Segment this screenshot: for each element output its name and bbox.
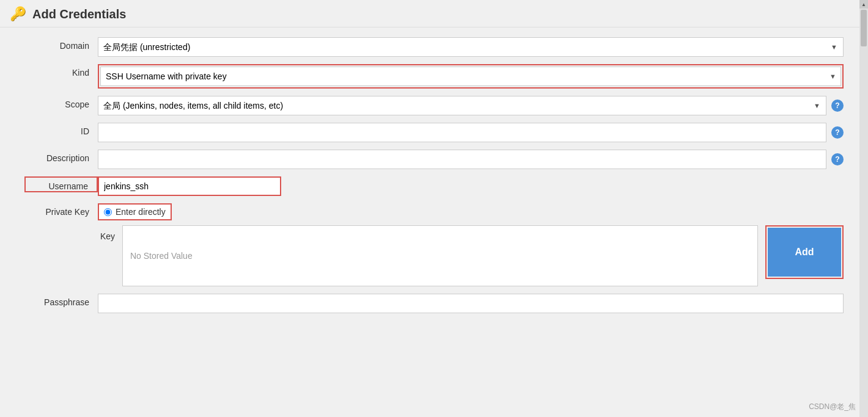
passphrase-control-wrap bbox=[98, 294, 844, 313]
watermark: CSDN@老_焦 bbox=[809, 402, 856, 412]
username-input[interactable] bbox=[98, 176, 281, 196]
scope-select[interactable]: 全局 (Jenkins, nodes, items, all child ite… bbox=[98, 96, 826, 115]
page-title: Add Credentials bbox=[32, 7, 126, 21]
no-stored-value-text: No Stored Value bbox=[130, 251, 750, 261]
id-control-wrap: ? bbox=[98, 123, 844, 142]
description-row: Description ? bbox=[24, 150, 844, 169]
key-icon: 🔑 bbox=[10, 6, 26, 22]
kind-select[interactable]: SSH Username with private key bbox=[100, 67, 841, 86]
domain-label: Domain bbox=[24, 37, 98, 51]
enter-directly-radio[interactable] bbox=[104, 208, 112, 216]
scrollbar-thumb[interactable] bbox=[861, 10, 867, 46]
add-btn-outlined-wrap: Add bbox=[765, 225, 844, 279]
kind-outlined-wrapper: SSH Username with private key bbox=[98, 64, 844, 89]
private-key-label: Private Key bbox=[24, 203, 98, 217]
kind-control-wrap: SSH Username with private key bbox=[98, 64, 844, 89]
key-row: Key No Stored Value Add bbox=[98, 225, 844, 286]
id-input[interactable] bbox=[98, 123, 826, 142]
domain-select[interactable]: 全局凭据 (unrestricted) bbox=[98, 37, 844, 57]
enter-directly-radio-wrap: Enter directly bbox=[98, 203, 172, 220]
private-key-control-wrap: Enter directly Key No Stored Value Add bbox=[98, 203, 844, 286]
kind-label: Kind bbox=[24, 64, 98, 78]
scope-label: Scope bbox=[24, 96, 98, 109]
domain-row: Domain 全局凭据 (unrestricted) bbox=[24, 37, 844, 57]
key-label: Key bbox=[98, 225, 120, 241]
scroll-up-arrow[interactable]: ▲ bbox=[859, 0, 868, 9]
form-area: Domain 全局凭据 (unrestricted) Kind SSH User… bbox=[0, 27, 868, 330]
enter-directly-label[interactable]: Enter directly bbox=[116, 207, 166, 217]
private-key-row: Private Key Enter directly Key No Stored… bbox=[24, 203, 844, 286]
kind-row: Kind SSH Username with private key bbox=[24, 64, 844, 89]
passphrase-input[interactable] bbox=[98, 294, 844, 313]
scope-row: Scope 全局 (Jenkins, nodes, items, all chi… bbox=[24, 96, 844, 115]
username-label: Username bbox=[24, 176, 98, 192]
username-control-wrap bbox=[98, 176, 844, 196]
page-header: 🔑 Add Credentials bbox=[0, 0, 868, 27]
scope-control-wrap: 全局 (Jenkins, nodes, items, all child ite… bbox=[98, 96, 844, 115]
passphrase-row: Passphrase bbox=[24, 294, 844, 313]
description-label: Description bbox=[24, 150, 98, 163]
id-help-icon[interactable]: ? bbox=[831, 126, 844, 139]
page-container: 🔑 Add Credentials Domain 全局凭据 (unrestric… bbox=[0, 0, 868, 417]
add-key-button[interactable]: Add bbox=[768, 228, 841, 277]
passphrase-label: Passphrase bbox=[24, 294, 98, 307]
scrollbar: ▲ bbox=[859, 0, 868, 417]
id-label: ID bbox=[24, 123, 98, 136]
domain-select-wrapper: 全局凭据 (unrestricted) bbox=[98, 37, 844, 57]
description-control-wrap: ? bbox=[98, 150, 844, 169]
domain-control-wrap: 全局凭据 (unrestricted) bbox=[98, 37, 844, 57]
username-row: Username bbox=[24, 176, 844, 196]
id-row: ID ? bbox=[24, 123, 844, 142]
description-help-icon[interactable]: ? bbox=[831, 153, 844, 165]
description-input[interactable] bbox=[98, 150, 826, 169]
key-textarea-area: No Stored Value bbox=[122, 225, 758, 286]
scope-help-icon[interactable]: ? bbox=[831, 100, 844, 112]
scope-select-wrapper: 全局 (Jenkins, nodes, items, all child ite… bbox=[98, 96, 826, 115]
